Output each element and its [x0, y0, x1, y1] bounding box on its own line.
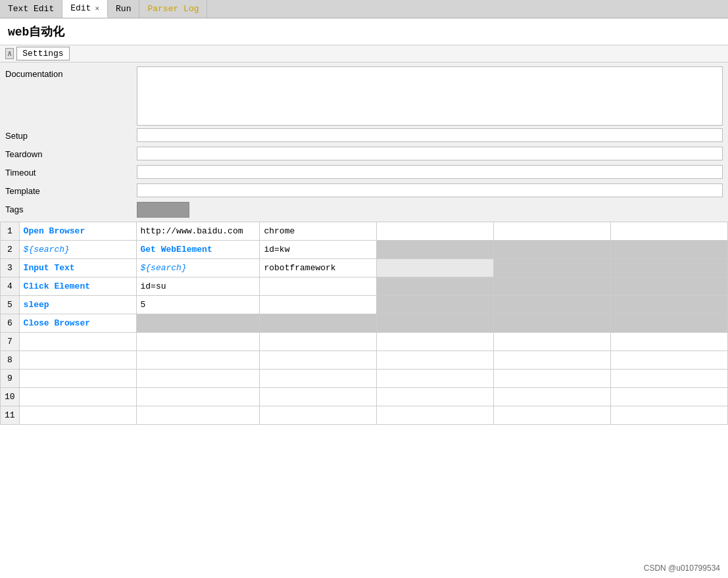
step-cell[interactable]: ${search} [136, 259, 260, 277]
step-cell[interactable] [611, 277, 728, 296]
tab-text-edit-label: Text Edit [8, 4, 54, 14]
tab-edit-close-icon[interactable]: ✕ [95, 4, 99, 12]
step-cell[interactable] [494, 277, 611, 296]
step-cell[interactable] [377, 277, 494, 296]
empty-cell[interactable] [377, 351, 494, 370]
step-cell[interactable]: http://www.baidu.com [136, 222, 260, 241]
empty-cell[interactable] [377, 333, 494, 351]
step-cell[interactable]: id=kw [260, 241, 377, 259]
empty-cell[interactable] [611, 351, 728, 370]
tab-text-edit[interactable]: Text Edit [0, 0, 62, 18]
step-cell[interactable] [260, 277, 377, 296]
table-row[interactable]: 7 [1, 333, 728, 351]
empty-cell[interactable] [494, 370, 611, 388]
empty-cell[interactable] [377, 406, 494, 425]
row-number: 4 [1, 277, 20, 296]
empty-cell[interactable] [260, 370, 377, 388]
documentation-input[interactable] [137, 66, 723, 126]
step-cell[interactable] [494, 241, 611, 259]
step-cell[interactable]: Input Text [19, 259, 136, 277]
collapse-icon[interactable]: ∧ [5, 48, 14, 59]
empty-cell[interactable] [494, 388, 611, 406]
table-row[interactable]: 6Close Browser [1, 314, 728, 333]
step-cell[interactable] [377, 222, 494, 241]
empty-cell[interactable] [494, 406, 611, 425]
step-cell[interactable] [494, 314, 611, 333]
empty-cell[interactable] [136, 406, 260, 425]
step-cell[interactable]: chrome [260, 222, 377, 241]
table-row[interactable]: 11 [1, 406, 728, 425]
empty-cell[interactable] [611, 406, 728, 425]
tab-parser-log[interactable]: Parser Log [139, 0, 207, 18]
empty-cell[interactable] [611, 388, 728, 406]
row-number: 7 [1, 333, 20, 351]
step-cell[interactable] [494, 296, 611, 314]
step-cell[interactable] [611, 296, 728, 314]
step-cell[interactable] [136, 314, 260, 333]
step-cell[interactable] [260, 296, 377, 314]
empty-cell[interactable] [494, 333, 611, 351]
step-cell[interactable] [611, 259, 728, 277]
empty-cell[interactable] [136, 333, 260, 351]
empty-cell[interactable] [377, 388, 494, 406]
timeout-input[interactable] [137, 165, 723, 179]
step-cell[interactable]: sleep [19, 296, 136, 314]
setup-input[interactable] [137, 128, 723, 142]
empty-cell[interactable] [19, 333, 136, 351]
step-cell[interactable]: Close Browser [19, 314, 136, 333]
table-row[interactable]: 5sleep5 [1, 296, 728, 314]
empty-cell[interactable] [260, 406, 377, 425]
empty-cell[interactable] [136, 370, 260, 388]
empty-cell[interactable] [19, 406, 136, 425]
step-cell[interactable]: Open Browser [19, 222, 136, 241]
table-row[interactable]: 9 [1, 370, 728, 388]
step-cell[interactable]: Click Element [19, 277, 136, 296]
table-row[interactable]: 10 [1, 388, 728, 406]
empty-cell[interactable] [136, 388, 260, 406]
step-cell[interactable] [611, 241, 728, 259]
empty-cell[interactable] [611, 370, 728, 388]
table-row[interactable]: 4Click Elementid=su [1, 277, 728, 296]
step-cell[interactable]: ${search} [19, 241, 136, 259]
table-row[interactable]: 2${search}Get WebElementid=kw [1, 241, 728, 259]
step-cell[interactable] [377, 241, 494, 259]
tags-button[interactable] [137, 202, 189, 218]
empty-cell[interactable] [19, 388, 136, 406]
row-number: 1 [1, 222, 20, 241]
empty-cell[interactable] [494, 351, 611, 370]
row-number: 3 [1, 259, 20, 277]
table-row[interactable]: 3Input Text${search}robotframework [1, 259, 728, 277]
empty-cell[interactable] [377, 370, 494, 388]
step-cell[interactable]: id=su [136, 277, 260, 296]
row-number: 5 [1, 296, 20, 314]
step-cell[interactable]: 5 [136, 296, 260, 314]
empty-cell[interactable] [611, 333, 728, 351]
empty-cell[interactable] [19, 370, 136, 388]
empty-cell[interactable] [19, 351, 136, 370]
row-number: 11 [1, 406, 20, 425]
step-cell[interactable] [494, 222, 611, 241]
tab-run[interactable]: Run [108, 0, 139, 18]
setup-label: Setup [5, 128, 137, 141]
step-cell[interactable] [377, 314, 494, 333]
step-cell[interactable] [260, 314, 377, 333]
settings-label[interactable]: Settings [16, 47, 69, 60]
step-cell[interactable]: Get WebElement [136, 241, 260, 259]
empty-cell[interactable] [260, 333, 377, 351]
step-cell[interactable] [377, 259, 494, 277]
empty-cell[interactable] [260, 388, 377, 406]
step-cell[interactable] [611, 314, 728, 333]
step-cell[interactable] [611, 222, 728, 241]
timeout-label: Timeout [5, 165, 137, 178]
step-cell[interactable] [494, 259, 611, 277]
step-cell[interactable] [377, 296, 494, 314]
teardown-input[interactable] [137, 147, 723, 160]
empty-cell[interactable] [136, 351, 260, 370]
tab-edit[interactable]: Edit ✕ [62, 0, 108, 18]
template-input[interactable] [137, 183, 723, 197]
table-row[interactable]: 1Open Browserhttp://www.baidu.comchrome [1, 222, 728, 241]
empty-cell[interactable] [260, 351, 377, 370]
step-cell[interactable]: robotframework [260, 259, 377, 277]
steps-table: 1Open Browserhttp://www.baidu.comchrome2… [0, 222, 728, 425]
table-row[interactable]: 8 [1, 351, 728, 370]
